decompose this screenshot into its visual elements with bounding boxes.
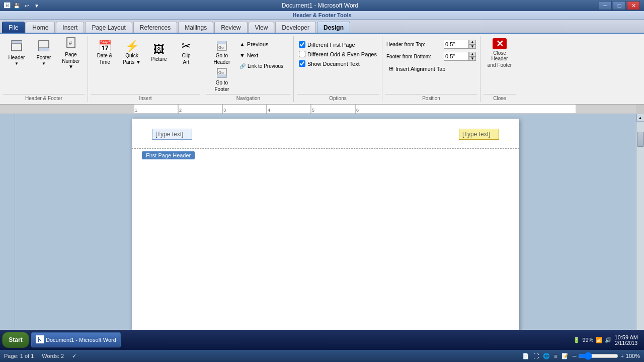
diff-first-page-input[interactable]: [299, 41, 305, 48]
header-footer-group-content: Header ▼ Footer ▼ # Page Number ▼: [3, 37, 85, 94]
svg-text:#: #: [69, 40, 72, 46]
svg-text:3: 3: [223, 108, 226, 113]
tab-home[interactable]: Home: [26, 22, 55, 33]
header-spin-buttons: ▲ ▼: [469, 40, 476, 49]
footer-spin-down[interactable]: ▼: [469, 56, 476, 61]
page-number-icon: #: [65, 37, 77, 51]
zoom-out-btn[interactable]: ─: [573, 353, 577, 359]
zoom-controls: ─ + 100%: [573, 352, 640, 360]
footer-button[interactable]: Footer ▼: [31, 38, 56, 68]
picture-button[interactable]: 🖼 Picture: [146, 38, 172, 68]
tab-page-layout[interactable]: Page Layout: [85, 22, 132, 33]
previous-button[interactable]: ▲ Previous: [237, 40, 286, 49]
tab-mailings[interactable]: Mailings: [178, 22, 213, 33]
tab-design[interactable]: Design: [317, 22, 350, 33]
header-spin-up[interactable]: ▲: [469, 40, 476, 44]
tab-view[interactable]: View: [249, 22, 275, 33]
header-spin-down[interactable]: ▼: [469, 44, 476, 49]
diff-odd-even-checkbox[interactable]: Different Odd & Even Pages: [298, 50, 378, 58]
view-full-icon[interactable]: ⛶: [533, 353, 539, 359]
page-status: Page: 1 of 1: [4, 353, 34, 359]
clock-date: 2/11/2013: [615, 340, 638, 346]
footer-spin-up[interactable]: ▲: [469, 52, 476, 56]
view-print-icon[interactable]: 📄: [522, 353, 529, 359]
svg-rect-4: [39, 48, 49, 51]
goto-header-button[interactable]: Go Go to Header: [211, 40, 233, 66]
document-body[interactable]: [132, 149, 519, 350]
next-button[interactable]: ▼ Next: [237, 51, 286, 60]
clip-art-icon: ✂: [182, 41, 191, 52]
save-quick-btn[interactable]: 💾: [12, 1, 21, 10]
ribbon-group-insert: 📅 Date & Time ⚡ Quick Parts ▼ 🖼 Picture …: [88, 36, 203, 102]
svg-text:Go: Go: [218, 45, 224, 50]
start-button[interactable]: Start: [2, 332, 29, 348]
scrollbar-right[interactable]: ▲ ▼: [636, 114, 644, 355]
header-icon: [11, 40, 23, 54]
title-bar-left: 🆆 💾 ↩ ▼: [4, 1, 41, 10]
show-doc-text-checkbox[interactable]: Show Document Text: [298, 60, 361, 67]
clip-art-button[interactable]: ✂ Clip Art: [174, 38, 199, 68]
diff-first-page-checkbox[interactable]: Different First Page: [298, 41, 356, 48]
insert-alignment-tab-button[interactable]: ⊞ Insert Alignment Tab: [386, 64, 448, 73]
show-doc-text-input[interactable]: [299, 60, 305, 67]
undo-quick-btn[interactable]: ↩: [22, 1, 31, 10]
zoom-in-btn[interactable]: +: [620, 353, 623, 359]
status-bar-left: Page: 1 of 1 Words: 2 ✓: [4, 353, 512, 359]
header-left-text-box[interactable]: [Type text]: [152, 129, 192, 140]
battery-percentage: 99%: [582, 337, 593, 343]
svg-rect-9: [217, 41, 226, 44]
next-icon: ▼: [239, 52, 245, 58]
clock-time: 10:59 AM: [615, 334, 638, 340]
tab-references[interactable]: References: [133, 22, 177, 33]
previous-icon: ▲: [239, 41, 245, 47]
picture-icon: 🖼: [153, 44, 165, 55]
ribbon-group-close: ✕ Close Header and Footer Close: [480, 36, 519, 102]
word-taskbar-icon: 🆆: [36, 335, 44, 344]
tab-insert[interactable]: Insert: [56, 22, 84, 33]
view-draft-icon[interactable]: 📝: [561, 353, 569, 359]
view-web-icon[interactable]: 🌐: [543, 353, 550, 359]
options-group-label: Options: [297, 94, 379, 101]
diff-odd-even-input[interactable]: [299, 51, 305, 57]
qa-dropdown-btn[interactable]: ▼: [32, 1, 41, 10]
goto-footer-button[interactable]: Go Go to Footer: [211, 67, 233, 93]
document-page: [Type text] [Type text] First Page Heade…: [132, 119, 519, 355]
link-previous-button[interactable]: 🔗 Link to Previous: [237, 62, 286, 70]
footer-from-bottom-input-group: ▲ ▼: [444, 52, 476, 61]
taskbar: Start 🆆 Document1 - Microsoft Word 🔋 99%…: [0, 330, 644, 350]
goto-buttons: Go Go to Header Go Go to Footer: [211, 38, 233, 93]
header-right-text-box[interactable]: [Type text]: [459, 129, 499, 140]
zoom-slider[interactable]: [578, 352, 618, 360]
page-number-button[interactable]: # Page Number ▼: [58, 38, 84, 68]
close-group-label: Close: [484, 94, 516, 101]
header-from-top-input[interactable]: [444, 40, 469, 49]
tab-developer[interactable]: Developer: [275, 22, 316, 33]
position-group-label: Position: [385, 94, 477, 101]
quick-parts-button[interactable]: ⚡ Quick Parts ▼: [119, 38, 144, 68]
footer-from-bottom-label: Footer from Bottom:: [386, 54, 442, 59]
scroll-thumb[interactable]: [637, 132, 644, 147]
document-header-area: [Type text] [Type text] First Page Heade…: [132, 119, 519, 149]
taskbar-word-app[interactable]: 🆆 Document1 - Microsoft Word: [31, 332, 121, 347]
header-button[interactable]: Header ▼: [4, 38, 29, 68]
tab-bar: File Home Insert Page Layout References …: [0, 20, 644, 33]
close-header-footer-button[interactable]: ✕ Close Header and Footer: [485, 38, 515, 68]
maximize-btn[interactable]: □: [613, 1, 626, 10]
footer-from-bottom-input[interactable]: [444, 52, 469, 61]
proofing-icon: ✓: [72, 353, 76, 359]
footer-spin-buttons: ▲ ▼: [469, 52, 476, 61]
goto-footer-icon: Go: [217, 68, 227, 79]
scroll-up-arrow[interactable]: ▲: [636, 114, 645, 122]
svg-text:4: 4: [268, 108, 270, 113]
minimize-btn[interactable]: ─: [599, 1, 612, 10]
tab-review[interactable]: Review: [214, 22, 247, 33]
window-close-btn[interactable]: ✕: [627, 1, 640, 10]
battery-icon: 🔋: [573, 337, 580, 343]
link-previous-icon: 🔗: [239, 63, 246, 69]
scroll-area[interactable]: [Type text] [Type text] First Page Heade…: [15, 114, 636, 355]
date-time-button[interactable]: 📅 Date & Time: [92, 38, 117, 68]
tab-file[interactable]: File: [2, 22, 25, 33]
ruler: 1 2 3 4 5 6: [0, 105, 644, 114]
view-outline-icon[interactable]: ≡: [554, 353, 557, 359]
insert-group-content: 📅 Date & Time ⚡ Quick Parts ▼ 🖼 Picture …: [91, 37, 200, 94]
